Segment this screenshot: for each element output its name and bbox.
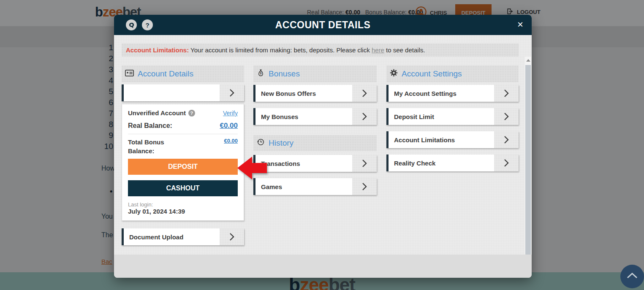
nav-label: Document Upload (124, 233, 220, 241)
status-label: Unverified Account (128, 109, 186, 117)
account-details-section-header: Account Details (122, 65, 244, 82)
chevron-right-icon (352, 108, 377, 125)
games-button[interactable]: Games (253, 178, 377, 195)
warning-label: Account Limitations: (126, 46, 189, 54)
real-balance-label: Real Balance: (128, 122, 172, 130)
verification-status: Unverified Account ? (128, 109, 195, 117)
bonus-balance-row: Total Bonus Balance: €0.00 (128, 138, 238, 155)
chevron-right-icon (220, 228, 244, 245)
nav-label: Account Limitations (389, 136, 494, 144)
history-section-header: History (253, 135, 377, 151)
nav-label: Deposit Limit (389, 113, 494, 120)
verify-link[interactable]: Verify (223, 110, 238, 117)
reality-check-button[interactable]: Reality Check (386, 154, 519, 171)
my-bonuses-button[interactable]: My Bonuses (253, 108, 377, 125)
help-question-icon[interactable]: ? (188, 110, 195, 117)
support-chat-icon[interactable] (126, 19, 137, 30)
deposit-button[interactable]: DEPOSIT (128, 159, 238, 175)
chevron-right-icon (494, 131, 519, 148)
nav-label: My Account Settings (389, 90, 494, 97)
new-bonus-offers-button[interactable]: New Bonus Offers (253, 85, 377, 102)
chevron-right-icon (352, 85, 377, 102)
chevron-right-icon (352, 178, 377, 195)
last-login-label: Last login: (128, 201, 238, 208)
my-account-settings-button[interactable]: My Account Settings (386, 85, 519, 102)
screen: bzeebet Real Balance: €0.00 Bonus Balanc… (0, 0, 644, 290)
section-title: History (269, 138, 293, 148)
verification-row: Unverified Account ? Verify (128, 109, 238, 117)
nav-label: New Bonus Offers (255, 90, 352, 97)
divider (128, 134, 238, 134)
total-bonus-value[interactable]: €0.00 (224, 138, 238, 144)
nav-label: Transactions (255, 160, 352, 167)
account-blank-row-button[interactable] (122, 84, 244, 101)
modal-footer-band (114, 255, 532, 278)
section-title: Account Details (138, 69, 193, 79)
account-limitations-button[interactable]: Account Limitations (386, 131, 519, 148)
scrollbar-thumb[interactable] (525, 65, 531, 260)
modal-header: ? ACCOUNT DETAILS × (114, 15, 532, 35)
id-card-icon (125, 69, 134, 79)
chevron-right-icon (494, 108, 519, 125)
transactions-button[interactable]: Transactions (253, 155, 377, 172)
account-details-column: Account Details Unverified Account ? Ve (122, 65, 244, 82)
modal-content: Account Limitations: Your account is lim… (114, 35, 532, 255)
gear-icon (390, 69, 398, 79)
help-icon[interactable]: ? (142, 19, 153, 30)
chevron-right-icon (494, 85, 519, 102)
red-pointer-arrow (237, 157, 267, 181)
document-upload-button[interactable]: Document Upload (122, 228, 244, 245)
nav-label: My Bonuses (255, 113, 352, 120)
account-details-modal: ? ACCOUNT DETAILS × Account Limitations:… (114, 15, 532, 278)
section-title: Bonuses (269, 69, 300, 79)
scrollbar-up-arrow[interactable] (526, 59, 530, 62)
history-clock-icon (257, 138, 265, 148)
account-limitations-warning: Account Limitations: Your account is lim… (122, 43, 519, 57)
real-balance-row: Real Balance: €0.00 (128, 122, 238, 130)
account-settings-section-header: Account Settings (386, 65, 519, 82)
last-login-value: July 01, 2024 14:39 (128, 208, 238, 215)
modal-scrollbar[interactable] (525, 57, 531, 274)
bonuses-history-column: $ Bonuses New Bonus Offers My Bonuses (253, 65, 377, 82)
nav-label: Games (255, 183, 352, 190)
modal-title: ACCOUNT DETAILS (114, 19, 532, 31)
chevron-right-icon (220, 84, 244, 101)
modal-header-icons: ? (126, 19, 153, 30)
warning-here-link[interactable]: here (372, 46, 384, 54)
chevron-right-icon (352, 155, 377, 172)
deposit-limit-button[interactable]: Deposit Limit (386, 108, 519, 125)
scroll-to-top-button[interactable] (620, 265, 644, 288)
cashout-button[interactable]: CASHOUT (128, 180, 238, 196)
total-bonus-label: Total Bonus Balance: (128, 138, 179, 155)
warning-suffix: to see details. (384, 46, 425, 54)
chevron-up-icon (626, 272, 639, 281)
close-icon[interactable]: × (517, 18, 523, 31)
chevron-right-icon (494, 154, 519, 171)
bonuses-section-header: $ Bonuses (253, 65, 377, 82)
nav-label: Reality Check (389, 160, 494, 167)
balance-info-box: Unverified Account ? Verify Real Balance… (122, 104, 244, 221)
real-balance-value[interactable]: €0.00 (220, 122, 238, 130)
account-settings-column: Account Settings My Account Settings Dep… (386, 65, 519, 82)
money-bag-icon: $ (257, 69, 265, 79)
section-title: Account Settings (402, 69, 462, 79)
warning-text: Your account is limited from making: bet… (189, 46, 372, 54)
svg-text:$: $ (260, 72, 262, 75)
